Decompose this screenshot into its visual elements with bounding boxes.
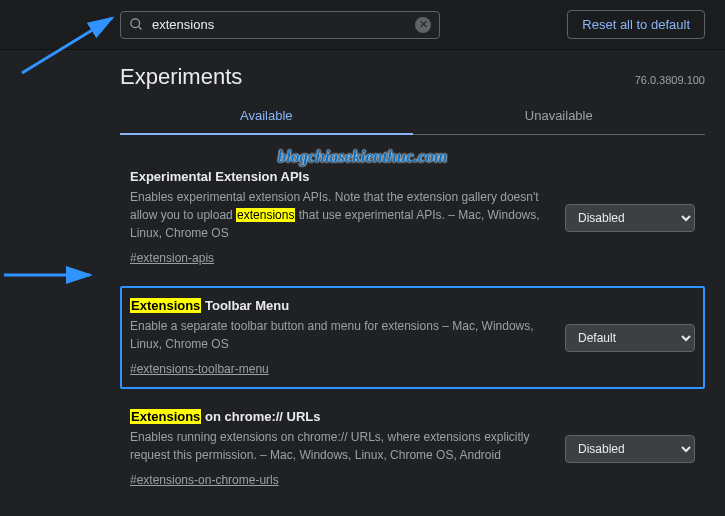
flag-description: Enable a separate toolbar button and men… bbox=[130, 317, 545, 353]
flag-title: Extensions on chrome:// URLs bbox=[130, 409, 545, 424]
top-bar: ✕ Reset all to default bbox=[0, 0, 725, 50]
flag-title: Experimental Extension APIs bbox=[130, 169, 545, 184]
flag-dropdown[interactable]: Default bbox=[565, 324, 695, 352]
flag-item: Latest stable JavaScript features Some w… bbox=[120, 508, 705, 516]
search-icon bbox=[129, 17, 144, 32]
search-input[interactable] bbox=[152, 17, 407, 32]
search-highlight: Extensions bbox=[130, 409, 201, 424]
flag-title: Extensions Toolbar Menu bbox=[130, 298, 545, 313]
flag-item: Extensions on chrome:// URLs Enables run… bbox=[120, 397, 705, 500]
tab-unavailable[interactable]: Unavailable bbox=[413, 98, 706, 134]
flag-item: Experimental Extension APIs Enables expe… bbox=[120, 157, 705, 278]
flag-permalink[interactable]: #extension-apis bbox=[130, 251, 214, 265]
page-title: Experiments bbox=[120, 64, 242, 90]
flag-dropdown[interactable]: Disabled bbox=[565, 204, 695, 232]
tab-available[interactable]: Available bbox=[120, 98, 413, 135]
content-area: Experiments 76.0.3809.100 Available Unav… bbox=[0, 64, 725, 516]
flag-description: Enables running extensions on chrome:// … bbox=[130, 428, 545, 464]
version-label: 76.0.3809.100 bbox=[635, 74, 705, 86]
search-highlight: Extensions bbox=[130, 298, 201, 313]
svg-line-1 bbox=[138, 26, 141, 29]
clear-search-icon[interactable]: ✕ bbox=[415, 17, 431, 33]
flag-permalink[interactable]: #extensions-on-chrome-urls bbox=[130, 473, 279, 487]
search-box[interactable]: ✕ bbox=[120, 11, 440, 39]
svg-point-0 bbox=[131, 19, 140, 28]
flag-permalink[interactable]: #extensions-toolbar-menu bbox=[130, 362, 269, 376]
reset-all-button[interactable]: Reset all to default bbox=[567, 10, 705, 39]
flag-item: Extensions Toolbar Menu Enable a separat… bbox=[120, 286, 705, 389]
search-highlight: extensions bbox=[236, 208, 295, 222]
flags-list: Experimental Extension APIs Enables expe… bbox=[120, 157, 705, 516]
flag-description: Enables experimental extension APIs. Not… bbox=[130, 188, 545, 242]
flag-dropdown[interactable]: Disabled bbox=[565, 435, 695, 463]
tabs: Available Unavailable bbox=[120, 98, 705, 135]
